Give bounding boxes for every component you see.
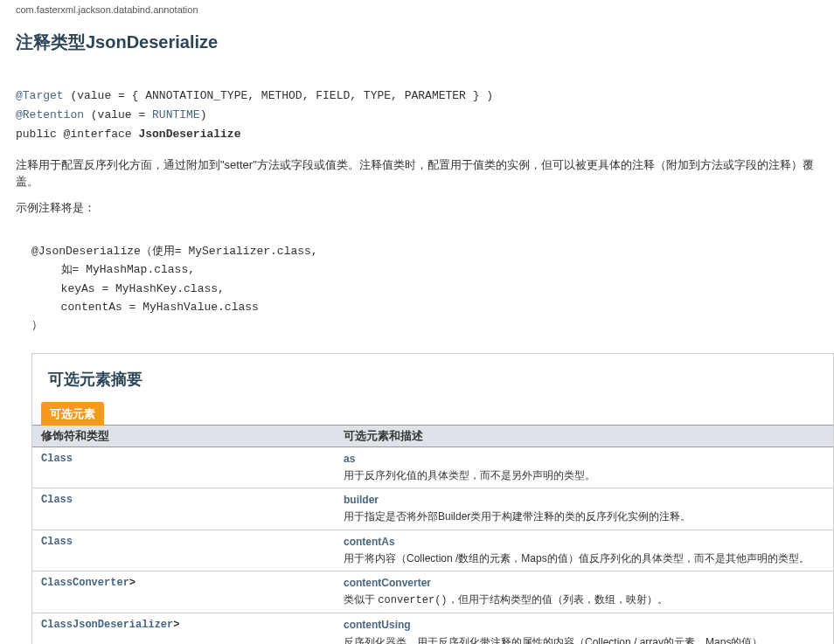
type-link[interactable]: Class bbox=[41, 619, 73, 631]
retention-value-link[interactable]: RUNTIME bbox=[152, 108, 200, 121]
type-param: Converter> bbox=[73, 577, 136, 589]
member-description: 用于将内容（Collection /数组的元素，Maps的值）值反序列化的具体类… bbox=[344, 551, 826, 567]
code-line: @JsonDeserialize（使用= MySerializer.class, bbox=[16, 242, 318, 260]
retention-close: ) bbox=[200, 108, 207, 121]
column-header-modifier-type: 修饰符和类型 bbox=[32, 426, 335, 447]
member-link[interactable]: contentUsing bbox=[344, 619, 411, 631]
desc-cell: contentConverter类似于 converter()，但用于结构类型的… bbox=[335, 571, 833, 613]
type-cell: Class bbox=[32, 530, 335, 571]
type-param: > bbox=[129, 577, 136, 589]
annotation-retention-args: (value = bbox=[84, 108, 152, 121]
member-link[interactable]: builder bbox=[344, 494, 379, 506]
column-header-element-desc: 可选元素和描述 bbox=[335, 426, 833, 447]
member-description: 用于反序列化值的具体类型，而不是另外声明的类型。 bbox=[344, 467, 826, 484]
code-line: keyAs = MyHashKey.class, bbox=[16, 280, 225, 298]
package-name: com.fasterxml.jackson.databind.annotatio… bbox=[16, 0, 834, 20]
table-row: Classbuilder用于指定是否将外部Builder类用于构建带注释的类的反… bbox=[32, 488, 833, 530]
desc-cell: contentAs用于将内容（Collection /数组的元素，Maps的值）… bbox=[335, 530, 833, 571]
type-link[interactable]: JsonDeserializer bbox=[73, 619, 173, 631]
optional-elements-table: 修饰符和类型 可选元素和描述 Classas用于反序列化值的具体类型，而不是另外… bbox=[32, 425, 833, 644]
type-description: 注释用于配置反序列化方面，通过附加到"setter"方法或字段或值类。注释值类时… bbox=[16, 156, 834, 190]
annotation-retention[interactable]: @Retention bbox=[16, 108, 84, 121]
table-row: ClassConverter>contentConverter类似于 conve… bbox=[32, 571, 833, 613]
desc-cell: as用于反序列化值的具体类型，而不是另外声明的类型。 bbox=[335, 447, 833, 488]
tab-optional-elements[interactable]: 可选元素 bbox=[41, 402, 104, 426]
code-ref[interactable]: converter() bbox=[378, 594, 447, 606]
desc-cell: builder用于指定是否将外部Builder类用于构建带注释的类的反序列化实例… bbox=[335, 488, 833, 530]
member-description: 用于指定是否将外部Builder类用于构建带注释的类的反序列化实例的注释。 bbox=[344, 509, 826, 525]
code-line: 如= MyHashMap.class, bbox=[16, 260, 195, 279]
page-title: 注释类型JsonDeserialize bbox=[16, 20, 834, 71]
type-cell: ClassConverter> bbox=[32, 571, 335, 613]
type-cell: ClassJsonDeserializer> bbox=[32, 613, 335, 644]
type-signature: @Target (value = { ANNOTATION_TYPE, METH… bbox=[16, 87, 834, 144]
type-name: JsonDeserialize bbox=[138, 128, 240, 141]
example-code: @JsonDeserialize（使用= MySerializer.class,… bbox=[16, 223, 834, 336]
table-row: ClassJsonDeserializer>contentUsing反序列化器类… bbox=[32, 613, 833, 644]
member-link[interactable]: as bbox=[344, 453, 355, 465]
type-link[interactable]: Class bbox=[41, 577, 73, 589]
code-line: contentAs = MyHashValue.class bbox=[16, 298, 259, 316]
member-link[interactable]: contentAs bbox=[344, 536, 395, 548]
summary-heading: 可选元素摘要 bbox=[32, 368, 833, 402]
type-link[interactable]: Class bbox=[41, 494, 73, 506]
type-link[interactable]: Class bbox=[41, 453, 73, 465]
member-link[interactable]: contentConverter bbox=[344, 577, 431, 589]
table-row: Classas用于反序列化值的具体类型，而不是另外声明的类型。 bbox=[32, 447, 833, 488]
decl-prefix: public @interface bbox=[16, 128, 138, 141]
summary-tabs: 可选元素 bbox=[32, 402, 833, 426]
member-description: 反序列化器类，用于反序列化带注释的属性的内容（Collection / arra… bbox=[344, 634, 826, 644]
type-link[interactable]: Converter bbox=[73, 577, 129, 589]
type-param: > bbox=[173, 619, 179, 631]
table-row: ClasscontentAs用于将内容（Collection /数组的元素，Ma… bbox=[32, 530, 833, 571]
annotation-target-args: (value = { ANNOTATION_TYPE, METHOD, FIEL… bbox=[64, 89, 493, 102]
code-line: ） bbox=[16, 316, 43, 335]
type-param: JsonDeserializer> bbox=[73, 619, 179, 631]
example-label: 示例注释将是： bbox=[16, 199, 834, 217]
annotation-target[interactable]: @Target bbox=[16, 89, 64, 102]
type-cell: Class bbox=[32, 447, 335, 488]
type-link[interactable]: Class bbox=[41, 536, 73, 548]
member-description: 类似于 converter()，但用于结构类型的值（列表，数组，映射）。 bbox=[344, 592, 826, 609]
type-cell: Class bbox=[32, 488, 335, 530]
optional-element-summary: 可选元素摘要 可选元素 修饰符和类型 可选元素和描述 Classas用于反序列化… bbox=[31, 353, 834, 644]
desc-cell: contentUsing反序列化器类，用于反序列化带注释的属性的内容（Colle… bbox=[335, 613, 833, 644]
